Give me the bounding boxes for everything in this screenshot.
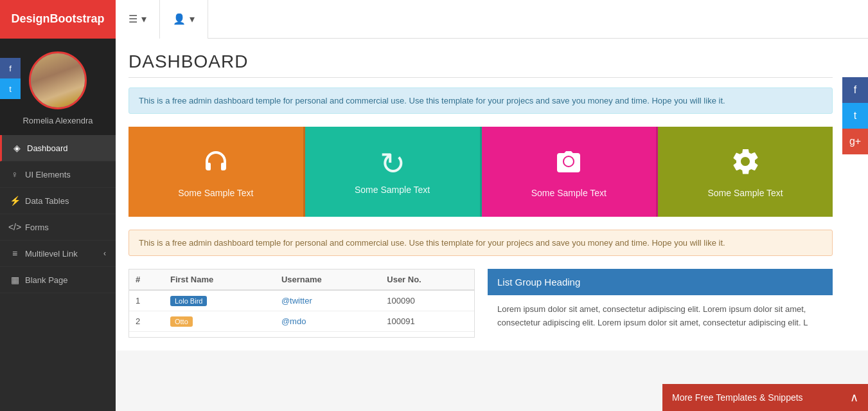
name-badge-warning: Otto <box>170 316 193 327</box>
sidebar-social-icons: f t <box>0 58 21 99</box>
table-row: 1 Lolo Bird @twitter 100090 <box>129 290 474 311</box>
info-message: This is a free admin dashboard temple fo… <box>128 87 833 114</box>
avatar <box>29 51 87 109</box>
table-row: 2 Otto @mdo 100091 <box>129 311 474 332</box>
card-2-label: Some Sample Text <box>355 185 430 195</box>
sidebar-facebook-icon[interactable]: f <box>0 58 21 78</box>
content-inner: DASHBOARD This is a free admin dashboard… <box>116 39 868 351</box>
card-4-label: Some Sample Text <box>708 188 783 198</box>
multilevel-icon: ≡ <box>10 248 20 259</box>
forms-icon: </> <box>10 222 20 232</box>
cell-first-name: Otto <box>164 311 275 332</box>
sidebar-item-label: Dashboard <box>27 143 68 153</box>
side-googleplus-icon: g+ <box>849 136 861 147</box>
side-twitter-icon: t <box>854 110 856 122</box>
card-3-label: Some Sample Text <box>531 188 607 198</box>
list-group-heading: List Group Heading <box>488 269 833 295</box>
side-googleplus-btn[interactable]: g+ <box>842 129 868 154</box>
side-facebook-btn[interactable]: f <box>842 77 868 103</box>
title-divider <box>128 77 833 78</box>
col-user-no: User No. <box>380 269 474 290</box>
sidebar-item-label: Multilevel Link <box>25 249 78 259</box>
ui-elements-icon: ♀ <box>10 169 20 179</box>
user-btn[interactable]: 👤 ▾ <box>160 0 208 39</box>
username: Romelia Alexendra <box>22 116 93 125</box>
list-group-body: Lorem ipsum dolor sit amet, consectetur … <box>488 295 833 338</box>
sidebar-item-ui-elements[interactable]: ♀ UI Elements <box>0 161 116 188</box>
table-section: # First Name Username User No. 1 Lolo Bi… <box>128 269 475 338</box>
main-layout: f t Romelia Alexendra ◈ Dashboard ♀ UI E… <box>0 39 868 411</box>
cell-num: 1 <box>129 290 164 311</box>
name-badge-info: Lolo Bird <box>170 296 207 306</box>
col-num: # <box>129 269 164 290</box>
sidebar-menu: ◈ Dashboard ♀ UI Elements ⚡ Data Tables … <box>0 135 116 411</box>
headphones-icon <box>200 146 231 183</box>
gear-icon <box>730 146 761 183</box>
card-1[interactable]: Some Sample Text <box>128 127 305 217</box>
warning-message: This is a free admin dashboard temple fo… <box>128 230 833 256</box>
sidebar-item-dashboard[interactable]: ◈ Dashboard <box>0 135 116 161</box>
card-4[interactable]: Some Sample Text <box>658 127 833 217</box>
col-first-name: First Name <box>164 269 275 290</box>
card-1-label: Some Sample Text <box>178 188 253 198</box>
sidebar-twitter-icon[interactable]: t <box>0 78 21 99</box>
brand: DesignBootstrap <box>0 0 116 39</box>
sidebar-item-label: Forms <box>25 223 49 232</box>
chevron-left-icon: ‹ <box>103 249 106 258</box>
sidebar-item-blank-page[interactable]: ▦ Blank Page <box>0 267 116 293</box>
list-section: List Group Heading Lorem ipsum dolor sit… <box>488 269 833 338</box>
chevron-up-icon: ∧ <box>850 390 858 405</box>
menu-icon: ☰ <box>128 13 137 25</box>
dashboard-icon: ◈ <box>12 143 22 153</box>
page-title: DASHBOARD <box>128 51 833 72</box>
social-side-buttons: f t g+ <box>842 77 868 154</box>
top-navbar: DesignBootstrap ☰ ▾ 👤 ▾ <box>0 0 868 39</box>
user-dropdown-icon: ▾ <box>190 13 195 25</box>
cell-user-no: 100091 <box>380 311 474 332</box>
data-table: # First Name Username User No. 1 Lolo Bi… <box>129 269 474 332</box>
refresh-icon: ↻ <box>380 149 405 179</box>
sidebar-item-label: UI Elements <box>25 170 71 179</box>
more-templates-bar[interactable]: More Free Templates & Snippets ∧ <box>662 384 868 411</box>
menu-dropdown-icon: ▾ <box>141 13 146 25</box>
username-link[interactable]: @twitter <box>281 296 312 306</box>
sidebar-item-multilevel-link[interactable]: ≡ Multilevel Link ‹ <box>0 241 116 267</box>
card-2[interactable]: ↻ Some Sample Text <box>305 127 482 217</box>
cell-username: @mdo <box>275 311 380 332</box>
avatar-image <box>31 53 85 107</box>
blank-page-icon: ▦ <box>10 275 20 285</box>
data-tables-icon: ⚡ <box>10 196 20 206</box>
more-templates-label: More Free Templates & Snippets <box>672 392 803 403</box>
username-link-2[interactable]: @mdo <box>281 316 306 326</box>
side-twitter-btn[interactable]: t <box>842 103 868 129</box>
brand-name: DesignBootstrap <box>11 12 104 26</box>
cell-username: @twitter <box>275 290 380 311</box>
menu-btn[interactable]: ☰ ▾ <box>116 0 160 39</box>
user-icon: 👤 <box>173 13 186 25</box>
sidebar-item-label: Blank Page <box>25 275 68 285</box>
card-3[interactable]: Some Sample Text <box>482 127 659 217</box>
avatar-section: f t Romelia Alexendra <box>0 39 116 135</box>
sidebar: f t Romelia Alexendra ◈ Dashboard ♀ UI E… <box>0 39 116 411</box>
content-area: f t g+ DASHBOARD This is a free admin da… <box>116 39 868 411</box>
col-username: Username <box>275 269 380 290</box>
bottom-section: # First Name Username User No. 1 Lolo Bi… <box>128 269 833 338</box>
table-header-row: # First Name Username User No. <box>129 269 474 290</box>
sidebar-item-data-tables[interactable]: ⚡ Data Tables <box>0 188 116 214</box>
cards-row: Some Sample Text ↻ Some Sample Text Some… <box>128 127 833 217</box>
sidebar-item-forms[interactable]: </> Forms <box>0 214 116 241</box>
side-facebook-icon: f <box>854 84 856 96</box>
cell-user-no: 100090 <box>380 290 474 311</box>
cell-num: 2 <box>129 311 164 332</box>
sidebar-item-label: Data Tables <box>25 196 69 206</box>
camera-icon <box>553 146 584 183</box>
cell-first-name: Lolo Bird <box>164 290 275 311</box>
